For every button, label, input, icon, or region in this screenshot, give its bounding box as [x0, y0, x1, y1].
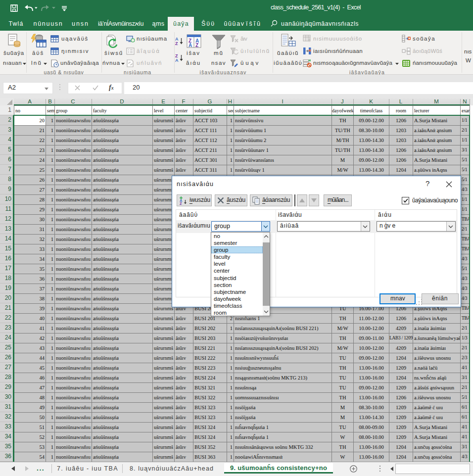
svg-text:A: A: [189, 43, 192, 48]
svg-text:Z: Z: [195, 43, 198, 48]
svg-text:Z: Z: [180, 201, 182, 206]
svg-text:Z: Z: [175, 41, 178, 46]
svg-text:A: A: [175, 58, 179, 63]
